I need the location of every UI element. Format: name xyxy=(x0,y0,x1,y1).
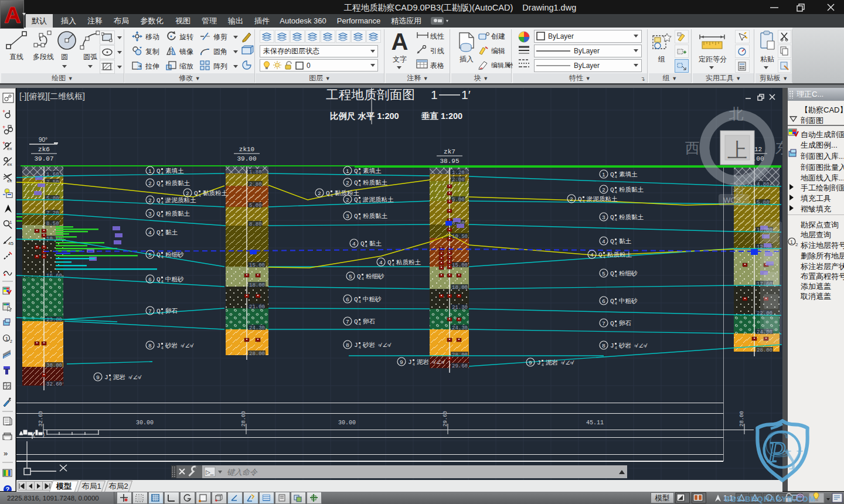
svg-text:4: 4 xyxy=(161,200,164,205)
svg-text:7: 7 xyxy=(602,320,605,326)
svg-text:素填土: 素填土 xyxy=(165,167,184,174)
svg-text:4: 4 xyxy=(161,171,164,175)
svg-text:+: + xyxy=(2,124,5,130)
svg-text:Q: Q xyxy=(156,229,161,236)
svg-text:0: 0 xyxy=(307,62,311,70)
svg-text:5: 5 xyxy=(602,270,605,277)
svg-text:32.60: 32.60 xyxy=(46,382,62,387)
svg-text:黏土: 黏土 xyxy=(369,240,382,247)
svg-text:2.00: 2.00 xyxy=(452,177,465,183)
svg-text:Q: Q xyxy=(610,186,614,193)
svg-text:5: 5 xyxy=(349,273,352,280)
svg-text:8: 8 xyxy=(602,342,605,349)
svg-text:2: 2 xyxy=(346,179,349,186)
svg-text:5.00: 5.00 xyxy=(452,197,465,203)
svg-text:Q: Q xyxy=(156,210,161,217)
svg-text:30.00: 30.00 xyxy=(136,420,154,426)
svg-text:4: 4 xyxy=(615,175,617,179)
svg-text:7: 7 xyxy=(346,318,349,325)
svg-text:粉质黏土: 粉质黏土 xyxy=(165,179,190,186)
svg-text:zk10: zk10 xyxy=(239,146,254,153)
svg-text:3: 3 xyxy=(602,214,605,220)
svg-text:2.50: 2.50 xyxy=(46,179,59,185)
svg-text:▷_: ▷_ xyxy=(206,469,214,475)
svg-text:J: J xyxy=(354,342,358,349)
svg-text:素填土: 素填土 xyxy=(619,171,638,178)
svg-text:2: 2 xyxy=(795,242,798,247)
svg-text:4: 4 xyxy=(379,259,382,265)
svg-text:粉质黏土: 粉质黏土 xyxy=(363,179,388,186)
svg-text:粉质黏土: 粉质黏土 xyxy=(619,213,644,220)
svg-text:28.00: 28.00 xyxy=(249,351,265,357)
svg-text:7.20: 7.20 xyxy=(46,210,59,216)
svg-text:4: 4 xyxy=(359,322,361,326)
svg-text:ex: ex xyxy=(7,146,12,151)
svg-text:1.20: 1.20 xyxy=(452,170,465,176)
svg-text:Q: Q xyxy=(610,320,614,327)
svg-text:4: 4 xyxy=(161,280,164,284)
svg-text:淤泥质粘土: 淤泥质粘土 xyxy=(165,196,196,203)
svg-text:1: 1 xyxy=(148,168,151,174)
svg-text:上: 上 xyxy=(727,139,747,161)
svg-text:黏土: 黏土 xyxy=(619,237,632,244)
svg-text:ex: ex xyxy=(7,178,12,183)
svg-text:4: 4 xyxy=(615,217,617,222)
svg-text:Q: Q xyxy=(357,273,361,280)
svg-text:9: 9 xyxy=(400,359,403,365)
svg-text:23.00: 23.00 xyxy=(46,317,62,323)
svg-text:29.60: 29.60 xyxy=(443,411,448,427)
svg-text:[-][俯视][二维线框]: [-][俯视][二维线框] xyxy=(19,91,85,101)
svg-text:8.50: 8.50 xyxy=(46,221,59,227)
svg-text:Q: Q xyxy=(326,190,330,197)
svg-text:东: 东 xyxy=(775,139,783,156)
svg-text:9: 9 xyxy=(96,374,99,380)
svg-text:2: 2 xyxy=(148,197,151,203)
svg-text:粉细砂: 粉细砂 xyxy=(366,273,384,280)
svg-text:30.00: 30.00 xyxy=(338,420,356,426)
svg-text:15.00: 15.00 xyxy=(452,263,468,268)
svg-text:砂岩: 砂岩 xyxy=(165,342,178,349)
svg-text:21.30: 21.30 xyxy=(452,305,468,311)
svg-text:7: 7 xyxy=(148,308,151,314)
svg-text:Q: Q xyxy=(354,168,358,175)
svg-text:+: + xyxy=(2,108,5,114)
svg-text:4: 4 xyxy=(615,346,617,350)
svg-text:淤泥质粘土: 淤泥质粘土 xyxy=(586,195,618,202)
svg-text:键入命令: 键入命令 xyxy=(227,468,258,476)
svg-text:2: 2 xyxy=(602,186,605,193)
svg-text:4: 4 xyxy=(359,171,361,175)
svg-text:1: 1 xyxy=(790,239,793,245)
svg-text:Q: Q xyxy=(578,196,582,203)
svg-text:28.00: 28.00 xyxy=(452,352,468,358)
svg-text:4: 4 xyxy=(615,301,617,305)
svg-text:5.00: 5.00 xyxy=(249,203,262,209)
svg-text:泥岩: 泥岩 xyxy=(417,358,430,365)
svg-text:4: 4 xyxy=(161,255,164,259)
svg-text:粉质黏土: 粉质黏土 xyxy=(619,186,644,193)
svg-text:4: 4 xyxy=(161,311,164,315)
svg-text:18.00: 18.00 xyxy=(452,285,468,291)
svg-text:18.00: 18.00 xyxy=(249,282,265,288)
svg-text:中粗砂: 中粗砂 xyxy=(619,297,638,304)
svg-text:3: 3 xyxy=(346,213,349,219)
svg-text:J: J xyxy=(537,359,541,366)
svg-text:4: 4 xyxy=(199,193,201,197)
svg-text:Q: Q xyxy=(610,238,614,245)
svg-text:Q: Q xyxy=(610,270,614,277)
svg-text:Q: Q xyxy=(156,168,161,175)
svg-text:4: 4 xyxy=(161,183,164,188)
svg-text:24.30: 24.30 xyxy=(249,325,265,331)
svg-text:16.60: 16.60 xyxy=(46,273,62,279)
svg-text:4: 4 xyxy=(615,274,617,278)
svg-text:1: 1 xyxy=(602,171,605,178)
svg-text:4: 4 xyxy=(359,299,361,304)
svg-text:≉ ∠≉: ≉ ∠≉ xyxy=(432,359,445,365)
svg-text:粉质黏土: 粉质黏土 xyxy=(363,212,388,219)
svg-text:Q: Q xyxy=(354,318,358,325)
svg-text:21.00: 21.00 xyxy=(249,304,265,310)
svg-text:4: 4 xyxy=(359,216,361,220)
svg-text:4: 4 xyxy=(590,251,593,258)
svg-text:4: 4 xyxy=(362,277,364,281)
svg-text:垂直 1:200: 垂直 1:200 xyxy=(421,111,462,121)
svg-text:4: 4 xyxy=(365,244,367,248)
